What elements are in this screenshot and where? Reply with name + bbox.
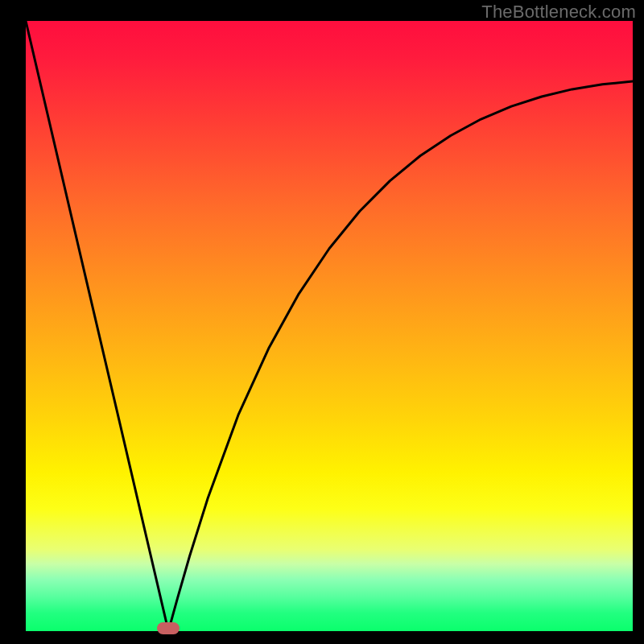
plot-area: [26, 21, 633, 631]
curve-svg: [26, 21, 633, 631]
chart-container: TheBottleneck.com: [0, 0, 644, 644]
curve-path: [26, 21, 633, 631]
min-marker: [157, 622, 180, 634]
watermark-label: TheBottleneck.com: [481, 2, 636, 23]
